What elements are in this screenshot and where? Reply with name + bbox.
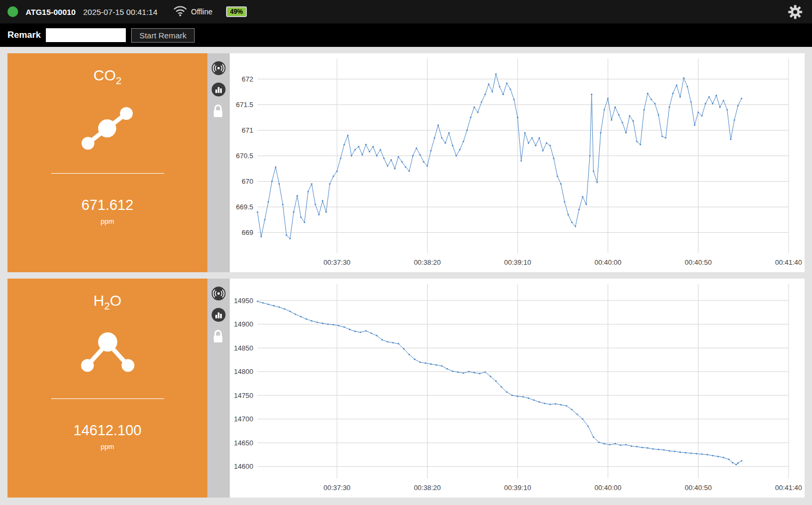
broadcast-icon	[211, 286, 226, 301]
wifi-icon	[173, 5, 187, 19]
lock-icon	[211, 103, 225, 118]
card-divider	[51, 398, 164, 399]
svg-text:14750: 14750	[234, 392, 253, 400]
co2-molecule-icon	[73, 100, 142, 159]
lock-button[interactable]	[211, 103, 226, 118]
h2o-chart: 1460014650147001475014800148501490014950…	[230, 279, 805, 498]
h2o-unit: ppm	[101, 443, 114, 451]
co2-title: CO2	[93, 67, 122, 87]
svg-text:00:38:20: 00:38:20	[414, 484, 441, 492]
remark-input[interactable]	[46, 28, 126, 42]
svg-text:671.5: 671.5	[236, 101, 253, 109]
broadcast-button[interactable]	[211, 286, 226, 301]
svg-text:00:40:50: 00:40:50	[685, 484, 712, 492]
svg-text:670: 670	[242, 177, 253, 185]
svg-text:14800: 14800	[234, 368, 253, 376]
card-divider	[51, 173, 164, 174]
h2o-molecule-icon	[73, 325, 142, 385]
h2o-toolstrip	[207, 279, 230, 498]
svg-text:14950: 14950	[234, 297, 253, 305]
svg-text:00:40:00: 00:40:00	[594, 484, 622, 492]
svg-text:14600: 14600	[234, 462, 253, 470]
svg-text:669: 669	[242, 229, 253, 237]
chart-view-button[interactable]	[211, 82, 226, 97]
svg-text:00:41:40: 00:41:40	[775, 484, 802, 492]
device-id: ATG15-00010	[26, 7, 76, 17]
top-bar: ATG15-00010 2025-07-15 00:41:14 Offline …	[0, 0, 812, 23]
broadcast-icon	[211, 61, 226, 76]
svg-text:14700: 14700	[234, 415, 253, 423]
formula-subscript: 2	[116, 75, 122, 86]
bar-chart-icon	[211, 82, 226, 97]
broadcast-button[interactable]	[211, 61, 226, 76]
main-content: CO2 671.612 ppm	[0, 47, 812, 504]
timestamp: 2025-07-15 00:41:14	[83, 7, 157, 17]
co2-unit: ppm	[101, 217, 114, 225]
co2-toolstrip	[207, 53, 230, 272]
svg-text:00:37:30: 00:37:30	[324, 484, 351, 492]
remark-label: Remark	[7, 30, 41, 40]
battery-indicator: 49%	[226, 6, 246, 17]
svg-text:00:41:40: 00:41:40	[775, 258, 802, 266]
svg-text:671: 671	[242, 126, 253, 134]
svg-text:670.5: 670.5	[236, 152, 253, 160]
h2o-card: H2O 14612.100 ppm	[7, 279, 207, 498]
svg-text:14900: 14900	[234, 320, 253, 328]
svg-text:14850: 14850	[234, 344, 253, 352]
h2o-value: 14612.100	[74, 422, 142, 439]
remark-bar: Remark Start Remark	[0, 23, 812, 47]
formula-subscript: 2	[104, 300, 110, 312]
settings-button[interactable]	[788, 5, 802, 19]
bar-chart-icon	[211, 307, 226, 322]
co2-card: CO2 671.612 ppm	[7, 53, 207, 272]
h2o-chart-area: 1460014650147001475014800148501490014950…	[230, 279, 805, 498]
svg-text:00:39:10: 00:39:10	[504, 258, 532, 266]
co2-chart-area: 669669.5670670.5671671.567200:37:3000:38…	[230, 53, 805, 272]
co2-value: 671.612	[82, 197, 134, 214]
status-indicator	[7, 6, 18, 17]
lock-icon	[211, 329, 225, 344]
svg-text:669.5: 669.5	[236, 203, 253, 211]
chart-view-button[interactable]	[211, 307, 226, 322]
svg-text:00:40:50: 00:40:50	[685, 258, 712, 266]
lock-button[interactable]	[211, 329, 226, 344]
svg-text:14650: 14650	[234, 439, 253, 447]
svg-text:00:39:10: 00:39:10	[504, 484, 532, 492]
svg-text:00:40:00: 00:40:00	[594, 258, 622, 266]
h2o-panel: H2O 14612.100 ppm	[7, 279, 805, 498]
gear-icon	[788, 5, 802, 19]
h2o-title: H2O	[93, 292, 122, 312]
connection-status: Offline	[191, 7, 212, 16]
start-remark-button[interactable]: Start Remark	[131, 28, 194, 43]
co2-panel: CO2 671.612 ppm	[7, 53, 805, 272]
svg-text:672: 672	[242, 75, 253, 83]
co2-chart: 669669.5670670.5671671.567200:37:3000:38…	[230, 53, 805, 272]
svg-text:00:38:20: 00:38:20	[414, 258, 441, 266]
svg-text:00:37:30: 00:37:30	[324, 258, 351, 266]
